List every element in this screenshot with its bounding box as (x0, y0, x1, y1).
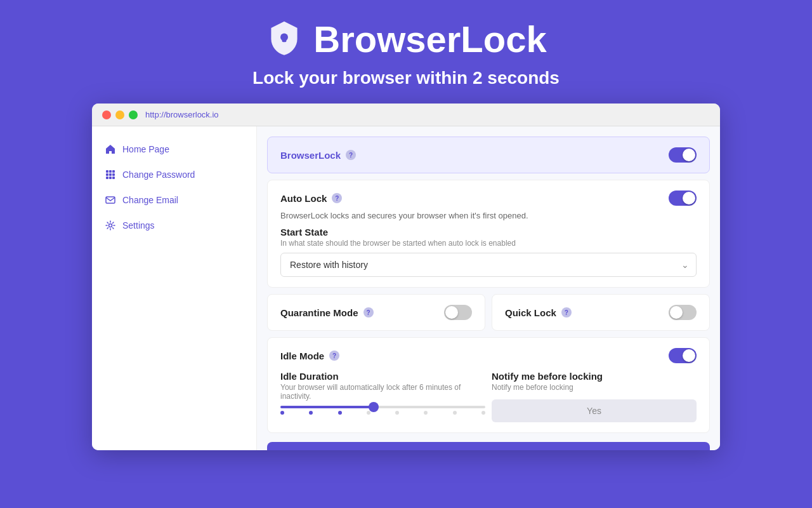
slider-dot-2 (309, 411, 313, 415)
envelope-icon (105, 194, 116, 206)
svg-rect-5 (106, 173, 108, 176)
sidebar-item-change-email[interactable]: Change Email (92, 187, 256, 213)
slider-dot-1 (280, 411, 284, 415)
idle-slider-fill (280, 406, 372, 408)
quarantine-row: Quarantine Mode ? (280, 305, 472, 320)
browser-bar: http://browserlock.io (92, 104, 720, 126)
main-panel: BrowserLock ? Auto Lock ? (257, 126, 720, 450)
idle-mode-help-icon[interactable]: ? (329, 351, 339, 361)
sidebar-item-change-email-label: Change Email (122, 195, 178, 205)
idle-slider-track (280, 406, 485, 408)
idle-mode-label: Idle Mode (280, 351, 324, 361)
browserlock-toggle[interactable] (669, 147, 697, 163)
quarantine-toggle[interactable] (444, 305, 472, 320)
slider-dots (280, 411, 485, 415)
quicklock-card: Quick Lock ? (492, 294, 710, 331)
idle-duration-desc: Your browser will automatically lock aft… (280, 383, 485, 401)
svg-rect-1 (282, 37, 287, 42)
browserlock-row: BrowserLock ? (280, 147, 697, 163)
svg-point-12 (109, 224, 112, 227)
start-state-subtitle: In what state should the browser be star… (280, 239, 697, 248)
gear-icon (105, 220, 116, 231)
idle-mode-card: Idle Mode ? Idle Duration Your browser w… (267, 337, 710, 433)
notify-sublabel: Notify me before locking (492, 383, 697, 392)
idle-mode-toggle-knob (683, 349, 695, 362)
quarantine-toggle-knob (445, 306, 458, 319)
svg-rect-9 (109, 177, 112, 179)
dot-red[interactable] (102, 110, 111, 119)
autolock-toggle-knob (683, 192, 695, 204)
header-subtitle: Lock your browser within 2 seconds (0, 68, 812, 88)
sidebar-item-home-label: Home Page (122, 144, 169, 154)
idle-mode-label-group: Idle Mode ? (280, 351, 339, 361)
quarantine-card: Quarantine Mode ? (267, 294, 485, 331)
mode-row: Quarantine Mode ? Quick Lock ? (267, 294, 710, 331)
quicklock-help-icon[interactable]: ? (561, 307, 572, 318)
browser-content: Home Page Change Pass (92, 126, 720, 450)
app-title: BrowserLock (313, 18, 546, 60)
quarantine-label: Quarantine Mode (280, 307, 358, 318)
idle-mode-toggle[interactable] (669, 348, 697, 363)
start-state-value: Restore with history (290, 260, 368, 270)
idle-mode-row: Idle Mode ? (280, 348, 697, 363)
autolock-desc: BrowserLock locks and secures your brows… (280, 211, 697, 220)
slider-dot-6 (424, 411, 428, 415)
idle-slider-thumb[interactable] (369, 402, 379, 412)
sidebar-item-home[interactable]: Home Page (92, 137, 256, 162)
logo-row: BrowserLock (0, 18, 812, 60)
svg-rect-11 (106, 197, 115, 203)
browserlock-card: BrowserLock ? (267, 137, 710, 173)
quicklock-label: Quick Lock (505, 307, 556, 318)
browserlock-label: BrowserLock (280, 150, 341, 161)
browserlock-toggle-knob (683, 149, 695, 161)
dot-yellow[interactable] (115, 110, 124, 119)
slider-dot-8 (481, 411, 485, 415)
dot-green[interactable] (129, 110, 138, 119)
svg-rect-7 (112, 173, 115, 176)
autolock-label: Auto Lock (280, 193, 327, 204)
quicklock-row: Quick Lock ? (505, 305, 697, 320)
quarantine-label-group: Quarantine Mode ? (280, 307, 374, 318)
idle-duration-label: Idle Duration (280, 371, 485, 382)
idle-bottom-row: Idle Duration Your browser will automati… (280, 371, 697, 422)
notify-yes-button[interactable]: Yes (492, 399, 697, 422)
slider-dot-4 (367, 411, 370, 415)
grid-icon (105, 169, 116, 180)
shield-lock-icon (265, 20, 303, 58)
start-state-dropdown[interactable]: Restore with history (280, 253, 697, 277)
autolock-card: Auto Lock ? BrowserLock locks and secure… (267, 180, 710, 288)
quicklock-toggle-knob (670, 306, 683, 319)
svg-rect-2 (106, 170, 108, 173)
quicklock-toggle[interactable] (669, 305, 697, 320)
quarantine-help-icon[interactable]: ? (363, 307, 374, 318)
autolock-label-group: Auto Lock ? (280, 193, 342, 204)
save-bar[interactable]: ☁ Save (267, 442, 710, 450)
start-state-title: Start State (280, 227, 697, 237)
sidebar: Home Page Change Pass (92, 126, 257, 450)
notify-label: Notify me before locking (492, 371, 697, 382)
autolock-toggle[interactable] (669, 190, 697, 206)
browserlock-label-group: BrowserLock ? (280, 150, 356, 161)
browser-dots (102, 110, 138, 119)
home-icon (105, 144, 116, 155)
slider-dot-7 (453, 411, 457, 415)
idle-duration-section: Idle Duration Your browser will automati… (280, 371, 485, 422)
svg-rect-10 (112, 177, 115, 179)
browser-url: http://browserlock.io (145, 110, 219, 119)
sidebar-item-change-password[interactable]: Change Password (92, 162, 256, 187)
quicklock-label-group: Quick Lock ? (505, 307, 572, 318)
idle-slider-container (280, 406, 485, 415)
autolock-help-icon[interactable]: ? (332, 193, 342, 203)
slider-dot-5 (395, 411, 399, 415)
svg-rect-3 (109, 170, 112, 173)
slider-dot-3 (338, 411, 342, 415)
header: BrowserLock Lock your browser within 2 s… (0, 0, 812, 104)
autolock-row: Auto Lock ? (280, 190, 697, 206)
sidebar-item-change-password-label: Change Password (122, 170, 195, 180)
svg-rect-6 (109, 173, 112, 176)
sidebar-item-settings-label: Settings (122, 220, 155, 231)
browser-window: http://browserlock.io Home Page (92, 104, 720, 450)
notify-section: Notify me before locking Notify me befor… (492, 371, 697, 422)
sidebar-item-settings[interactable]: Settings (92, 213, 256, 238)
browserlock-help-icon[interactable]: ? (346, 150, 356, 160)
